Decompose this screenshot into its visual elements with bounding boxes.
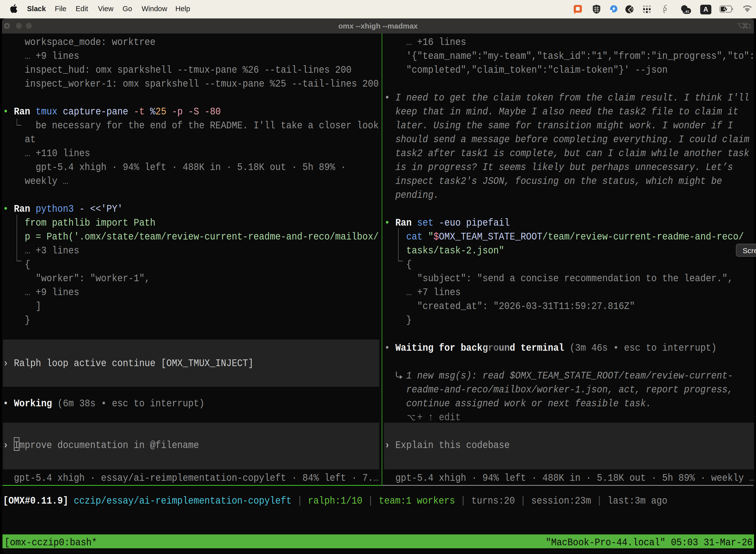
svg-text:..61: ..61 bbox=[684, 10, 689, 13]
